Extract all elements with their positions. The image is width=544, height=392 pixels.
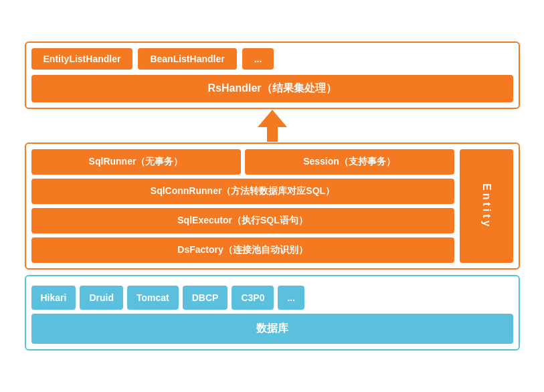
svg-marker-0 — [258, 110, 287, 142]
druid-box: Druid — [80, 286, 123, 310]
sql-runner-row: SqlRunner（无事务） Session（支持事务） — [31, 149, 454, 175]
hikari-box: Hikari — [31, 286, 76, 310]
grouped-middle-section: SqlRunner（无事务） Session（支持事务） SqlConnRunn… — [25, 142, 520, 270]
arrow-up-icon — [258, 110, 287, 142]
arrow-up-container — [25, 109, 520, 142]
c3p0-box: C3P0 — [232, 286, 274, 310]
entity-list-handler-box: EntityListHandler — [31, 48, 133, 70]
sql-executor-box: SqlExecutor（执行SQL语句） — [31, 208, 454, 233]
ds-factory-box: DsFactory（连接池自动识别） — [31, 237, 454, 263]
sql-conn-runner-box: SqlConnRunner（方法转数据库对应SQL） — [31, 179, 454, 204]
sql-runner-box: SqlRunner（无事务） — [31, 149, 241, 175]
rshandler-top-row: EntityListHandler BeanListHandler ... — [31, 48, 513, 70]
pool-section: Hikari Druid Tomcat DBCP C3P0 ... 数据库 — [25, 275, 520, 351]
rshandler-main-box: RsHandler（结果集处理） — [31, 75, 513, 102]
bean-list-handler-box: BeanListHandler — [138, 48, 236, 70]
rshandler-more-box: ... — [242, 48, 274, 70]
database-box: 数据库 — [31, 314, 513, 344]
architecture-diagram: EntityListHandler BeanListHandler ... Rs… — [18, 28, 527, 364]
rshandler-section: EntityListHandler BeanListHandler ... Rs… — [25, 41, 520, 109]
pool-more-box: ... — [278, 286, 304, 310]
pool-boxes-row: Hikari Druid Tomcat DBCP C3P0 ... — [31, 286, 513, 310]
tomcat-box: Tomcat — [127, 286, 179, 310]
session-box: Session（支持事务） — [245, 149, 454, 175]
entity-label: Entity — [460, 149, 513, 263]
dbcp-box: DBCP — [183, 286, 228, 310]
middle-left-column: SqlRunner（无事务） Session（支持事务） SqlConnRunn… — [31, 149, 454, 263]
